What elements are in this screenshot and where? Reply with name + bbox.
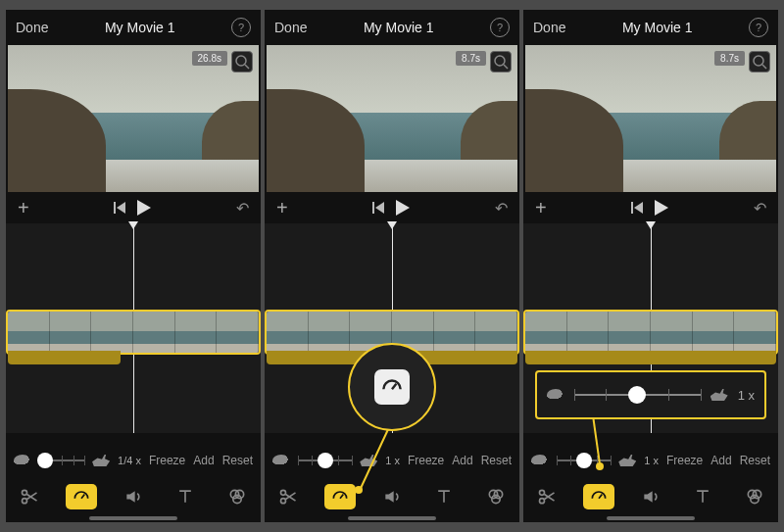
speed-value: 1 x [738,388,755,403]
undo-button[interactable]: ↶ [754,199,766,218]
add-media-button[interactable]: + [535,197,547,219]
speed-value: 1 x [385,455,400,466]
header: Done My Movie 1 ? [6,10,261,45]
phone-screen-3: Done My Movie 1 ? 8.7s + ↶ [523,10,778,522]
add-media-button[interactable]: + [276,197,288,219]
help-icon[interactable]: ? [490,18,510,37]
skip-back-button[interactable] [631,202,643,214]
video-clip[interactable] [523,310,778,355]
speed-value: 1/4 x [118,455,141,466]
done-button[interactable]: Done [533,20,565,35]
filters-icon[interactable] [221,484,253,509]
speed-tool-callout [348,343,436,431]
speed-icon[interactable] [66,484,97,509]
speed-region[interactable] [8,351,121,364]
speed-icon[interactable] [583,484,614,509]
filters-icon[interactable] [480,484,512,509]
video-preview[interactable]: 26.8s [8,45,259,192]
video-preview[interactable]: 8.7s [267,45,517,192]
project-title: My Movie 1 [48,20,231,35]
text-icon[interactable] [687,484,718,509]
phone-screen-2: Done My Movie 1 ? 8.7s + ↶ [265,10,519,522]
zoom-icon[interactable] [490,51,512,73]
home-indicator [607,516,695,520]
zoom-icon[interactable] [749,51,770,73]
timeline[interactable] [6,223,261,433]
reset-button[interactable]: Reset [481,454,512,467]
reset-button[interactable]: Reset [222,454,253,467]
text-icon[interactable] [428,484,460,509]
freeze-button[interactable]: Freeze [408,454,444,467]
svg-point-11 [281,499,286,504]
speed-slider-large[interactable] [574,386,701,404]
svg-point-7 [233,495,241,503]
scissors-icon[interactable] [272,484,304,509]
svg-point-2 [23,490,27,495]
project-title: My Movie 1 [565,20,749,35]
speed-slider[interactable] [298,453,352,468]
header: Done My Movie 1 ? [523,10,778,45]
speed-icon-large [374,369,410,405]
svg-line-4 [81,495,84,499]
volume-icon[interactable] [118,484,149,509]
svg-point-20 [540,499,545,504]
video-clip[interactable] [6,310,261,355]
duration-badge: 8.7s [456,51,486,66]
help-icon[interactable]: ? [749,18,768,37]
add-button[interactable]: Add [193,454,214,467]
text-icon[interactable] [170,484,201,509]
freeze-button[interactable]: Freeze [149,454,185,467]
volume-icon[interactable] [376,484,408,509]
done-button[interactable]: Done [274,20,307,35]
svg-line-12 [340,495,343,499]
speed-control-row: 1 x Freeze Add Reset [272,448,512,473]
home-indicator [89,516,177,520]
rabbit-icon [618,455,636,466]
svg-point-0 [236,56,246,66]
speed-slider-knob[interactable] [576,453,592,468]
volume-icon[interactable] [635,484,666,509]
bottom-controls: 1 x Freeze Add Reset [265,448,519,522]
transport-bar: + ↶ [265,192,519,223]
done-button[interactable]: Done [16,20,48,35]
svg-line-16 [392,384,396,389]
speed-region[interactable] [525,351,776,364]
scissors-icon[interactable] [14,484,45,509]
rabbit-icon [710,389,728,401]
svg-point-10 [281,490,286,495]
skip-back-button[interactable] [114,202,125,214]
help-icon[interactable]: ? [231,18,251,37]
freeze-button[interactable]: Freeze [666,454,703,467]
add-button[interactable]: Add [710,454,731,467]
speed-slider[interactable] [39,453,84,468]
skip-back-button[interactable] [372,202,384,214]
add-button[interactable]: Add [452,454,472,467]
duration-badge: 26.8s [192,51,227,66]
zoom-icon[interactable] [231,51,253,73]
svg-point-8 [495,56,505,66]
video-preview[interactable]: 8.7s [525,45,776,192]
speed-control-row: 1 x Freeze Add Reset [531,448,770,473]
speed-icon[interactable] [324,484,356,509]
turtle-icon [272,455,290,466]
svg-point-17 [754,56,763,66]
tool-row [531,479,770,514]
filters-icon[interactable] [739,484,770,509]
phone-screen-1: Done My Movie 1 ? 26.8s + ↶ [6,10,261,522]
speed-slider-callout: 1 x [535,370,766,419]
undo-button[interactable]: ↶ [236,199,249,218]
speed-slider-knob[interactable] [628,386,646,404]
scissors-icon[interactable] [531,484,563,509]
home-indicator [348,516,436,520]
speed-control-row: 1/4 x Freeze Add Reset [14,448,253,473]
play-button[interactable] [137,200,151,216]
play-button[interactable] [396,200,410,216]
svg-point-19 [540,490,545,495]
speed-slider-knob[interactable] [37,453,53,468]
play-button[interactable] [655,200,668,216]
undo-button[interactable]: ↶ [495,199,508,218]
add-media-button[interactable]: + [18,197,29,219]
reset-button[interactable]: Reset [740,454,770,467]
speed-slider-knob[interactable] [318,453,333,468]
speed-value: 1 x [644,455,659,466]
